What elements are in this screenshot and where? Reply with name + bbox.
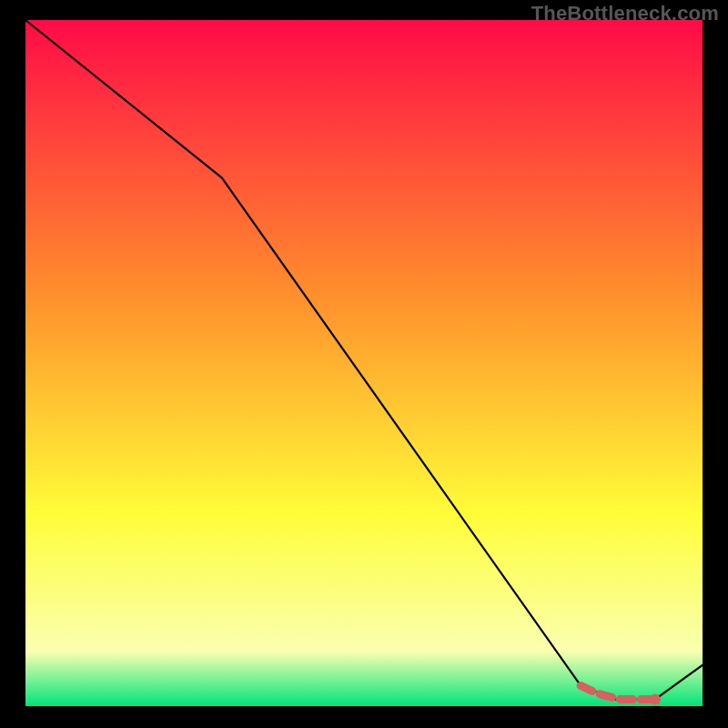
bottleneck-chart (0, 0, 728, 728)
watermark-text: TheBottleneck.com (531, 2, 719, 25)
highlight-end-dot (650, 694, 661, 705)
chart-frame: TheBottleneck.com (0, 0, 728, 728)
gradient-background (25, 20, 703, 706)
